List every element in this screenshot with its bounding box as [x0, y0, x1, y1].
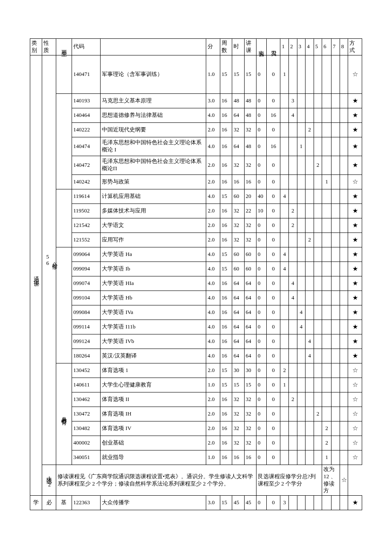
cell-type — [56, 189, 72, 247]
table-row: 通识课 必修56 140471 军事理论（含军事训练） 1.0 15 15 15… — [30, 55, 362, 93]
cell-type — [56, 93, 72, 189]
table-row: 140474 毛泽东思想和中国特色社会主义理论体系概论 I 4.0 16 64 … — [30, 137, 362, 156]
cell-code: 140471 — [72, 55, 100, 93]
h-mode: 方式 — [348, 39, 362, 55]
table-row: 400002 创业基础 2.0 16 32 32 0 0 2 ☆ — [30, 436, 362, 450]
table-row: 099084 大学英语 IVa 4.0 16 64 64 0 0 4 ★ — [30, 305, 362, 320]
cell-mode: ☆ — [348, 55, 362, 93]
cell-category-xue: 学 — [30, 496, 42, 510]
cell-name: 军事理论（含军事训练） — [101, 55, 206, 93]
h-name — [101, 39, 206, 55]
h-weeks: 周数 — [220, 39, 232, 55]
h-s6: 6 — [322, 39, 331, 55]
cell-type-shenxin: 身心教育 — [56, 363, 72, 465]
h-category: 类别 — [30, 39, 42, 55]
note-text-left: 修读课程见《广东商学院通识限选课程设置•览表》。通识分。学生修读人文科学系列课程… — [56, 465, 256, 496]
h-exp: 实验 — [256, 39, 266, 55]
note-text-right: 改为 12 、修读方 — [322, 465, 340, 496]
h-s3: 3 — [297, 39, 306, 55]
h-practice: 实习 — [266, 39, 280, 55]
h-credit: 分 — [206, 39, 220, 55]
table-row: 119502 多媒体技术与应用 2.0 16 32 22 10 0 2 ★ — [30, 203, 362, 218]
h-nature: 性质 — [42, 39, 56, 55]
h-lecture: 讲课 — [244, 39, 256, 55]
curriculum-table: 类别 性质 类型一 代码 分 周数 时 讲课 实验 实习 1 2 3 4 5 6… — [30, 38, 362, 510]
h-s2: 2 — [288, 39, 297, 55]
cell-nature-xianxuan: 限选12 — [42, 465, 56, 496]
h-hours: 时 — [232, 39, 244, 55]
h-s5: 5 — [314, 39, 322, 55]
h-s7: 7 — [331, 39, 340, 55]
note-text-mid: 艮选课程应修学分总?列课程至少 2 个学分 — [256, 465, 322, 496]
table-row: 099124 大学英语 IVb 4.0 16 64 64 0 0 4 ★ — [30, 334, 362, 349]
h-s4: 4 — [306, 39, 314, 55]
cell-nature-bi: 必 — [42, 496, 56, 510]
h-type: 类型一 — [56, 39, 72, 55]
note-row: 限选12 修读课程见《广东商学院通识限选课程设置•览表》。通识分。学生修读人文科… — [30, 465, 362, 496]
cell-nature: 必修56 — [42, 55, 56, 465]
h-s1: 1 — [280, 39, 289, 55]
table-row: 140242 形势与政策 2.0 16 16 16 0 0 1 ☆ — [30, 174, 362, 189]
table-row: 140193 马克思主义基本原理 3.0 16 48 48 0 0 3 ★ — [30, 93, 362, 108]
table-row: 099094 大学英语 Ib 4.0 15 60 60 0 0 4 ★ — [30, 262, 362, 276]
table-row: 学 必 基 122363 大众传播学 3.0 15 45 45 0 0 3 ★ — [30, 496, 362, 510]
table-row: 140464 思想道德修养与法律基础 4.0 16 64 48 0 16 4 ★ — [30, 108, 362, 122]
table-row: 身心教育 130452 体育选项 1 2.0 15 30 30 0 0 2 ☆ — [30, 363, 362, 378]
cell-category: 通识课 — [30, 55, 42, 496]
cell-type — [56, 247, 72, 363]
table-row: 140472 毛泽东思想和中国特色社会主义理论体系概论Π 2.0 16 32 3… — [30, 156, 362, 174]
header-row: 类别 性质 类型一 代码 分 周数 时 讲课 实验 实习 1 2 3 4 5 6… — [30, 39, 362, 55]
table-row: 130472 体育选项 IH 2.0 16 32 32 0 0 2 ☆ — [30, 407, 362, 421]
table-row: 119614 计算机应用基础 4.0 15 60 20 40 0 4 ★ — [30, 189, 362, 203]
cell-type-ji: 基 — [56, 496, 72, 510]
table-row: 130482 体育选项 IV 2.0 16 32 32 0 0 2 ☆ — [30, 421, 362, 436]
table-row: 130462 体育选项 II 2.0 16 32 32 0 0 2 ☆ — [30, 392, 362, 407]
table-row: 121552 应用写作 2.0 16 32 32 0 0 2 ★ — [30, 232, 362, 247]
cell-type — [56, 55, 72, 93]
table-row: 099074 大学英语 HIa 4.0 16 64 64 0 0 4 ★ — [30, 276, 362, 291]
table-row: 099104 大学英语 Hb 4.0 16 64 64 0 0 4 ★ — [30, 291, 362, 305]
h-code: 代码 — [72, 39, 100, 55]
note-mode: ☆ — [340, 465, 348, 496]
table-row: 140222 中国近现代史纲要 2.0 16 32 32 0 0 2 ★ — [30, 122, 362, 137]
table-row: 099064 大学英语 Ha 4.0 15 60 60 0 0 4 ★ — [30, 247, 362, 262]
table-row: 121542 大学语文 2.0 16 32 32 0 0 2 ★ — [30, 218, 362, 232]
table-row: 099114 大学英语 I11b 4.0 16 64 64 0 0 4 ★ — [30, 320, 362, 334]
table-row: 340051 就业指导 1.0 16 16 16 0 0 1 ☆ — [30, 450, 362, 465]
table-row: 180264 英汉/汉英翻译 4.0 16 64 64 0 0 4 ★ — [30, 349, 362, 363]
table-row: 140611 大学生心理健康教育 1.0 15 15 15 0 0 1 ☆ — [30, 378, 362, 392]
h-s8: 8 — [340, 39, 348, 55]
